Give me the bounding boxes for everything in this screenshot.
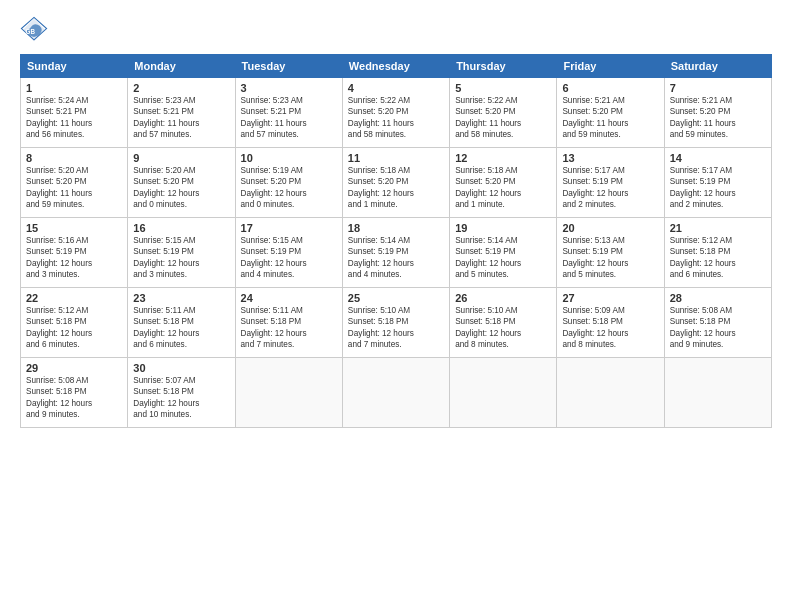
day-info: Sunrise: 5:22 AM Sunset: 5:20 PM Dayligh… (348, 95, 444, 141)
day-info: Sunrise: 5:07 AM Sunset: 5:18 PM Dayligh… (133, 375, 229, 421)
day-number: 15 (26, 222, 122, 234)
day-info: Sunrise: 5:20 AM Sunset: 5:20 PM Dayligh… (133, 165, 229, 211)
calendar-week-row: 29Sunrise: 5:08 AM Sunset: 5:18 PM Dayli… (21, 358, 772, 428)
day-info: Sunrise: 5:15 AM Sunset: 5:19 PM Dayligh… (133, 235, 229, 281)
calendar-day-cell: 19Sunrise: 5:14 AM Sunset: 5:19 PM Dayli… (450, 218, 557, 288)
day-info: Sunrise: 5:08 AM Sunset: 5:18 PM Dayligh… (26, 375, 122, 421)
day-info: Sunrise: 5:14 AM Sunset: 5:19 PM Dayligh… (455, 235, 551, 281)
calendar-day-cell: 4Sunrise: 5:22 AM Sunset: 5:20 PM Daylig… (342, 78, 449, 148)
day-number: 10 (241, 152, 337, 164)
calendar-day-cell (664, 358, 771, 428)
day-info: Sunrise: 5:13 AM Sunset: 5:19 PM Dayligh… (562, 235, 658, 281)
day-info: Sunrise: 5:10 AM Sunset: 5:18 PM Dayligh… (348, 305, 444, 351)
day-info: Sunrise: 5:08 AM Sunset: 5:18 PM Dayligh… (670, 305, 766, 351)
day-info: Sunrise: 5:11 AM Sunset: 5:18 PM Dayligh… (133, 305, 229, 351)
day-info: Sunrise: 5:09 AM Sunset: 5:18 PM Dayligh… (562, 305, 658, 351)
calendar-day-cell: 7Sunrise: 5:21 AM Sunset: 5:20 PM Daylig… (664, 78, 771, 148)
day-number: 16 (133, 222, 229, 234)
logo: GB (20, 16, 52, 44)
calendar-week-row: 15Sunrise: 5:16 AM Sunset: 5:19 PM Dayli… (21, 218, 772, 288)
day-number: 24 (241, 292, 337, 304)
calendar-day-cell: 20Sunrise: 5:13 AM Sunset: 5:19 PM Dayli… (557, 218, 664, 288)
day-number: 21 (670, 222, 766, 234)
day-info: Sunrise: 5:14 AM Sunset: 5:19 PM Dayligh… (348, 235, 444, 281)
day-number: 1 (26, 82, 122, 94)
day-info: Sunrise: 5:11 AM Sunset: 5:18 PM Dayligh… (241, 305, 337, 351)
day-number: 11 (348, 152, 444, 164)
page: GB SundayMondayTuesdayWednesdayThursdayF… (0, 0, 792, 612)
day-number: 29 (26, 362, 122, 374)
calendar-header-row: SundayMondayTuesdayWednesdayThursdayFrid… (21, 55, 772, 78)
day-number: 17 (241, 222, 337, 234)
calendar-day-cell (235, 358, 342, 428)
day-number: 22 (26, 292, 122, 304)
day-number: 27 (562, 292, 658, 304)
calendar-day-cell: 3Sunrise: 5:23 AM Sunset: 5:21 PM Daylig… (235, 78, 342, 148)
day-info: Sunrise: 5:21 AM Sunset: 5:20 PM Dayligh… (670, 95, 766, 141)
calendar-day-cell (342, 358, 449, 428)
calendar-day-cell (557, 358, 664, 428)
day-of-week-header: Thursday (450, 55, 557, 78)
day-info: Sunrise: 5:19 AM Sunset: 5:20 PM Dayligh… (241, 165, 337, 211)
day-number: 9 (133, 152, 229, 164)
day-number: 14 (670, 152, 766, 164)
logo-icon: GB (20, 16, 48, 44)
day-number: 23 (133, 292, 229, 304)
calendar-day-cell: 1Sunrise: 5:24 AM Sunset: 5:21 PM Daylig… (21, 78, 128, 148)
calendar-day-cell: 13Sunrise: 5:17 AM Sunset: 5:19 PM Dayli… (557, 148, 664, 218)
day-of-week-header: Friday (557, 55, 664, 78)
day-info: Sunrise: 5:12 AM Sunset: 5:18 PM Dayligh… (670, 235, 766, 281)
calendar-day-cell: 12Sunrise: 5:18 AM Sunset: 5:20 PM Dayli… (450, 148, 557, 218)
calendar-day-cell: 8Sunrise: 5:20 AM Sunset: 5:20 PM Daylig… (21, 148, 128, 218)
calendar-day-cell: 10Sunrise: 5:19 AM Sunset: 5:20 PM Dayli… (235, 148, 342, 218)
calendar-day-cell: 2Sunrise: 5:23 AM Sunset: 5:21 PM Daylig… (128, 78, 235, 148)
day-number: 30 (133, 362, 229, 374)
calendar-day-cell: 11Sunrise: 5:18 AM Sunset: 5:20 PM Dayli… (342, 148, 449, 218)
day-number: 28 (670, 292, 766, 304)
calendar-day-cell: 28Sunrise: 5:08 AM Sunset: 5:18 PM Dayli… (664, 288, 771, 358)
day-info: Sunrise: 5:23 AM Sunset: 5:21 PM Dayligh… (241, 95, 337, 141)
calendar-day-cell: 18Sunrise: 5:14 AM Sunset: 5:19 PM Dayli… (342, 218, 449, 288)
calendar-day-cell: 14Sunrise: 5:17 AM Sunset: 5:19 PM Dayli… (664, 148, 771, 218)
day-info: Sunrise: 5:22 AM Sunset: 5:20 PM Dayligh… (455, 95, 551, 141)
calendar-day-cell: 25Sunrise: 5:10 AM Sunset: 5:18 PM Dayli… (342, 288, 449, 358)
day-number: 5 (455, 82, 551, 94)
calendar-day-cell: 27Sunrise: 5:09 AM Sunset: 5:18 PM Dayli… (557, 288, 664, 358)
calendar-day-cell: 22Sunrise: 5:12 AM Sunset: 5:18 PM Dayli… (21, 288, 128, 358)
day-number: 20 (562, 222, 658, 234)
day-info: Sunrise: 5:16 AM Sunset: 5:19 PM Dayligh… (26, 235, 122, 281)
day-of-week-header: Monday (128, 55, 235, 78)
calendar-day-cell: 21Sunrise: 5:12 AM Sunset: 5:18 PM Dayli… (664, 218, 771, 288)
calendar-day-cell: 30Sunrise: 5:07 AM Sunset: 5:18 PM Dayli… (128, 358, 235, 428)
calendar-day-cell: 24Sunrise: 5:11 AM Sunset: 5:18 PM Dayli… (235, 288, 342, 358)
day-number: 19 (455, 222, 551, 234)
day-of-week-header: Wednesday (342, 55, 449, 78)
day-number: 4 (348, 82, 444, 94)
day-info: Sunrise: 5:15 AM Sunset: 5:19 PM Dayligh… (241, 235, 337, 281)
day-info: Sunrise: 5:17 AM Sunset: 5:19 PM Dayligh… (562, 165, 658, 211)
calendar-day-cell: 6Sunrise: 5:21 AM Sunset: 5:20 PM Daylig… (557, 78, 664, 148)
header: GB (20, 16, 772, 44)
day-info: Sunrise: 5:10 AM Sunset: 5:18 PM Dayligh… (455, 305, 551, 351)
day-number: 3 (241, 82, 337, 94)
calendar-day-cell: 23Sunrise: 5:11 AM Sunset: 5:18 PM Dayli… (128, 288, 235, 358)
day-number: 6 (562, 82, 658, 94)
day-number: 2 (133, 82, 229, 94)
calendar-week-row: 8Sunrise: 5:20 AM Sunset: 5:20 PM Daylig… (21, 148, 772, 218)
day-info: Sunrise: 5:18 AM Sunset: 5:20 PM Dayligh… (348, 165, 444, 211)
day-info: Sunrise: 5:24 AM Sunset: 5:21 PM Dayligh… (26, 95, 122, 141)
day-of-week-header: Saturday (664, 55, 771, 78)
day-number: 8 (26, 152, 122, 164)
day-info: Sunrise: 5:21 AM Sunset: 5:20 PM Dayligh… (562, 95, 658, 141)
svg-text:GB: GB (26, 28, 36, 35)
calendar-day-cell: 16Sunrise: 5:15 AM Sunset: 5:19 PM Dayli… (128, 218, 235, 288)
calendar-day-cell: 26Sunrise: 5:10 AM Sunset: 5:18 PM Dayli… (450, 288, 557, 358)
calendar-day-cell: 9Sunrise: 5:20 AM Sunset: 5:20 PM Daylig… (128, 148, 235, 218)
calendar-day-cell: 5Sunrise: 5:22 AM Sunset: 5:20 PM Daylig… (450, 78, 557, 148)
day-of-week-header: Tuesday (235, 55, 342, 78)
calendar-day-cell (450, 358, 557, 428)
day-info: Sunrise: 5:12 AM Sunset: 5:18 PM Dayligh… (26, 305, 122, 351)
calendar-week-row: 1Sunrise: 5:24 AM Sunset: 5:21 PM Daylig… (21, 78, 772, 148)
calendar-day-cell: 29Sunrise: 5:08 AM Sunset: 5:18 PM Dayli… (21, 358, 128, 428)
day-number: 7 (670, 82, 766, 94)
